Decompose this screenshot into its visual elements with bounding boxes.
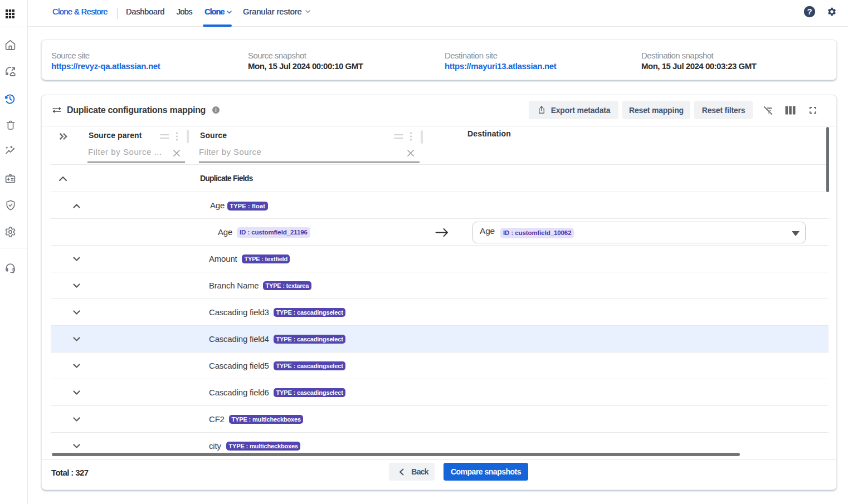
svg-text:?: ?	[807, 7, 812, 16]
